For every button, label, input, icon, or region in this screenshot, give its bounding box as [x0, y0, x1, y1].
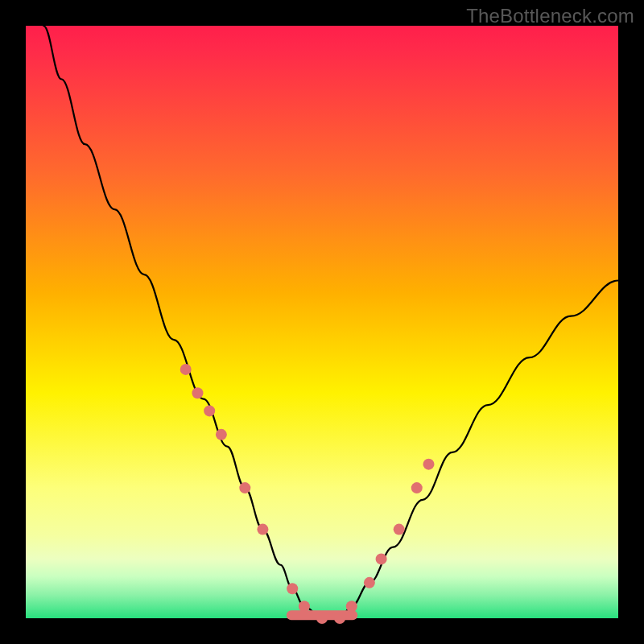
curve-marker [364, 577, 375, 588]
curve-marker [257, 524, 268, 535]
chart-frame: TheBottleneck.com [0, 0, 644, 644]
curve-marker [180, 364, 192, 375]
watermark-text: TheBottleneck.com [466, 5, 634, 27]
chart-background [26, 26, 618, 618]
curve-marker [216, 429, 227, 440]
curve-flat-segment [287, 610, 357, 620]
curve-marker [411, 482, 423, 493]
curve-marker [239, 482, 250, 493]
curve-marker [376, 553, 387, 564]
curve-marker [394, 524, 405, 535]
curve-marker [423, 459, 434, 470]
curve-marker [204, 405, 215, 416]
curve-marker [287, 583, 298, 594]
curve-marker [192, 387, 203, 398]
curve-marker [346, 601, 357, 612]
curve-marker [299, 601, 310, 612]
chart-canvas [0, 0, 644, 644]
